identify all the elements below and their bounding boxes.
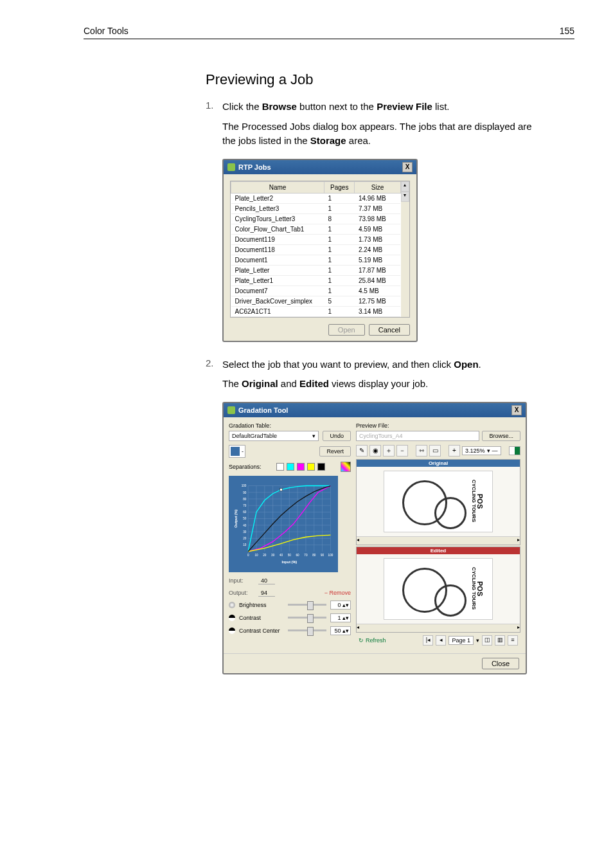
cell-pages: 1 (324, 306, 355, 316)
table-row[interactable]: AC62A1CT113.14 MB (231, 306, 401, 316)
step2-sub-post: views display your job. (329, 378, 428, 389)
input-value[interactable]: 40 (258, 577, 275, 584)
svg-text:50: 50 (243, 517, 247, 520)
cell-pages: 1 (324, 244, 355, 255)
col-pages[interactable]: Pages (324, 181, 355, 193)
save-icon (231, 447, 240, 456)
table-row[interactable]: Document714.5 MB (231, 285, 401, 296)
view-mode-3-icon[interactable]: ≡ (508, 635, 518, 646)
sep-black-icon[interactable] (317, 463, 325, 471)
svg-text:90: 90 (243, 491, 247, 494)
close-button[interactable]: X (402, 162, 413, 172)
scroll-up-icon[interactable]: ▴ (401, 181, 409, 192)
fit-width-icon[interactable]: ⇿ (416, 445, 427, 457)
zoom-out-icon[interactable]: － (396, 445, 408, 457)
actual-size-icon[interactable]: + (449, 445, 460, 457)
cell-name: Document7 (231, 285, 324, 296)
view-mode-1-icon[interactable]: ◫ (482, 635, 492, 646)
zoom-select[interactable]: 3.125% ▾ — (462, 446, 501, 455)
cell-name: Plate_Letter (231, 265, 324, 275)
chevron-down-icon[interactable]: ▾ (476, 637, 479, 644)
gradation-table-select[interactable]: DefaultGradTable▾ (229, 431, 319, 441)
step2-sub-mid: and (278, 378, 299, 389)
cell-size: 1.73 MB (355, 234, 400, 244)
table-row[interactable]: Document115.19 MB (231, 255, 401, 265)
close-dialog-button[interactable]: Close (482, 658, 519, 669)
remove-label: Remove (329, 590, 351, 596)
scroll-down-icon[interactable]: ▾ (401, 192, 409, 202)
col-name[interactable]: Name (231, 181, 324, 193)
input-label: Input: (229, 577, 253, 584)
save-button[interactable]: - (229, 445, 245, 458)
sep-cyan-icon[interactable] (287, 463, 294, 471)
close-button[interactable]: X (511, 405, 522, 415)
cell-name: Document118 (231, 244, 324, 255)
revert-button[interactable]: Revert (319, 446, 351, 457)
cell-name: Color_Flow_Chart_Tab1 (231, 224, 324, 234)
cell-pages: 8 (324, 213, 355, 224)
cell-size: 12.75 MB (355, 296, 400, 306)
hscroll-edited[interactable]: ◂▸ (357, 624, 520, 632)
zoom-in-icon[interactable]: ＋ (383, 445, 395, 457)
hand-tool-icon[interactable]: ✎ (356, 445, 368, 457)
contrast-value[interactable]: 1 ▴▾ (330, 613, 351, 622)
cell-pages: 5 (324, 296, 355, 306)
sep-all-icon[interactable] (341, 462, 351, 472)
app-icon (227, 163, 235, 171)
page-field[interactable]: Page 1 (449, 636, 474, 645)
edited-thumbnail[interactable]: POSCYCLING TOURS (384, 558, 493, 620)
svg-text:30: 30 (243, 530, 247, 533)
sep-magenta-icon[interactable] (297, 463, 305, 471)
gradation-chart[interactable]: 0102030405060708090100102030405060708090… (229, 476, 338, 572)
table-row[interactable]: Plate_Letter117.87 MB (231, 265, 401, 275)
original-thumbnail[interactable]: POSCYCLING TOURS (384, 471, 493, 532)
brightness-label: Brightness (239, 602, 284, 608)
table-row[interactable]: Color_Flow_Chart_Tab114.59 MB (231, 224, 401, 234)
preview-file-field[interactable]: CyclingTours_A4 (356, 431, 479, 441)
output-value[interactable]: 94 (258, 590, 275, 597)
open-button[interactable]: Open (328, 324, 365, 336)
contrast-slider[interactable] (288, 617, 326, 619)
table-row[interactable]: Plate_Letter1125.84 MB (231, 275, 401, 285)
table-row[interactable]: CyclingTours_Letter3873.98 MB (231, 213, 401, 224)
svg-text:20: 20 (243, 537, 247, 540)
prev-page-icon[interactable]: ◂ (436, 635, 446, 646)
table-row[interactable]: Driver_BackCover_simplex512.75 MB (231, 296, 401, 306)
brightness-slider[interactable] (288, 604, 326, 606)
undo-button[interactable]: Undo (323, 431, 351, 441)
brightness-value[interactable]: 0 ▴▾ (330, 601, 351, 610)
sep-yellow-icon[interactable] (307, 463, 315, 471)
first-page-icon[interactable]: |◂ (423, 635, 433, 646)
fit-page-icon[interactable]: ▭ (429, 445, 441, 457)
table-row[interactable]: Document11911.73 MB (231, 234, 401, 244)
svg-text:50: 50 (288, 554, 292, 557)
proof-icon[interactable] (509, 446, 520, 455)
contrast-center-slider[interactable] (288, 629, 326, 631)
table-row[interactable]: Plate_Letter2114.96 MB (231, 193, 401, 203)
col-size[interactable]: Size (355, 181, 400, 193)
step1-post: list. (432, 101, 450, 112)
refresh-button[interactable]: ↻ Refresh (359, 637, 386, 644)
scrollbar[interactable]: ▴ ▾ (401, 181, 409, 317)
cell-name: Document1 (231, 255, 324, 265)
jobs-table: Name Pages Size Plate_Letter2114.96 MBPe… (231, 181, 401, 317)
cancel-button[interactable]: Cancel (369, 324, 410, 336)
thumb-sub: CYCLING TOURS (471, 480, 477, 522)
sep-none-icon[interactable] (276, 463, 284, 471)
step-2-text: Select the job that you want to preview,… (222, 357, 540, 392)
cell-pages: 1 (324, 234, 355, 244)
hscroll-original[interactable]: ◂▸ (357, 536, 520, 545)
preview-original-panel: Original POSCYCLING TOURS ◂▸ (356, 459, 520, 545)
eyedropper-icon[interactable]: ◉ (369, 445, 381, 457)
cell-size: 4.5 MB (355, 285, 400, 296)
cell-size: 3.14 MB (355, 306, 400, 316)
table-row[interactable]: Document11812.24 MB (231, 244, 401, 255)
browse-button[interactable]: Browse... (482, 431, 520, 441)
remove-button[interactable]: − Remove (324, 590, 351, 596)
step2-sub-b1: Original (242, 378, 278, 389)
view-mode-2-icon[interactable]: ▥ (495, 635, 505, 646)
table-row[interactable]: Pencils_Letter317.37 MB (231, 203, 401, 213)
contrast-center-label: Contrast Center (239, 628, 284, 634)
svg-text:40: 40 (243, 523, 247, 527)
contrast-center-value[interactable]: 50 ▴▾ (330, 626, 351, 635)
